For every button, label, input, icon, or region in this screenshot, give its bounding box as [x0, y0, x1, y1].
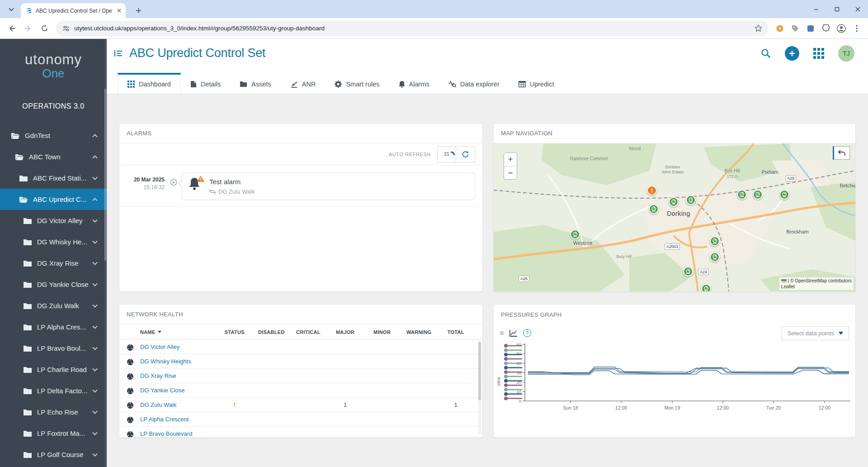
apps-grid-icon[interactable]	[813, 48, 825, 59]
window-close-button[interactable]	[847, 0, 868, 18]
osm-attribution-link[interactable]: © OpenStreetMap contributors	[790, 278, 852, 283]
sidebar-item-lp-bravo-boul[interactable]: LP Bravo Boul...	[0, 338, 107, 359]
tab-close-icon[interactable]	[117, 9, 121, 13]
sidebar-item-dg-xray-rise[interactable]: DG Xray Rise	[0, 253, 107, 274]
map-marker-gauge[interactable]	[649, 204, 659, 214]
sidebar-item-lp-foxtrot-ma[interactable]: LP Foxtrot Ma...	[0, 423, 107, 444]
chevron-down-icon[interactable]	[92, 410, 98, 414]
line-chart-icon[interactable]	[509, 329, 518, 337]
chevron-up-icon[interactable]	[92, 134, 98, 138]
group-link[interactable]: LP Alpha Crescent	[140, 416, 216, 423]
map-marker-gauge[interactable]	[686, 195, 696, 205]
user-avatar[interactable]: TJ	[838, 45, 854, 62]
group-tree-icon[interactable]	[114, 49, 123, 57]
group-link[interactable]: DG Whisky Heights	[140, 358, 216, 365]
tab-smart-rules[interactable]: Smart rules	[325, 73, 389, 94]
window-maximize-button[interactable]	[826, 0, 847, 18]
chevron-down-icon[interactable]	[92, 219, 98, 223]
refresh-button[interactable]	[456, 146, 475, 162]
group-link[interactable]: DG Zulu Walk	[140, 401, 216, 408]
group-link[interactable]: DG Xray Rise	[140, 372, 216, 379]
browser-menu-icon[interactable]	[850, 22, 863, 35]
extensions-puzzle-icon[interactable]	[819, 22, 833, 35]
sidebar-item-lp-golf-course[interactable]: LP Golf Course	[0, 444, 107, 465]
extension-icon-a[interactable]	[773, 22, 787, 35]
sidebar-item-dg-zulu-walk[interactable]: DG Zulu Walk	[0, 295, 107, 316]
sidebar-item-dg-yankie-close[interactable]: DG Yankie Close	[0, 274, 107, 295]
sidebar-item-dg-whisky-he[interactable]: DG Whisky He...	[0, 231, 107, 253]
tab-dashboard[interactable]: Dashboard	[118, 73, 181, 94]
map-marker-gauge[interactable]	[669, 197, 679, 207]
chevron-down-icon[interactable]	[92, 432, 98, 435]
chevron-down-icon[interactable]	[92, 304, 98, 308]
tab-upredict[interactable]: Upredict	[509, 73, 564, 94]
chevron-up-icon[interactable]	[92, 155, 98, 159]
sidebar-item-lp-alpha-cres[interactable]: LP Alpha Cres...	[0, 316, 107, 338]
chevron-down-icon[interactable]	[92, 240, 98, 244]
sidebar-item-abc-upredict-c[interactable]: ABC Upredict C...	[0, 189, 107, 210]
sidebar-item-lp-echo-rise[interactable]: LP Echo Rise	[0, 401, 107, 423]
tab-anr[interactable]: ANR	[281, 73, 326, 94]
back-button[interactable]	[5, 21, 19, 36]
chevron-down-icon[interactable]	[92, 453, 98, 457]
sidebar-scrollbar[interactable]	[104, 39, 106, 467]
legend-toggle-icon[interactable]	[500, 331, 504, 335]
column-header-minor[interactable]: MINOR	[363, 329, 401, 335]
column-header-status[interactable]: STATUS	[216, 329, 253, 335]
tab-search-icon[interactable]	[5, 4, 17, 15]
url-bar[interactable]: utytest.utcloud.uk/apps/operations_3_0/i…	[56, 21, 769, 36]
add-button[interactable]	[785, 46, 799, 61]
sidebar-item-lp-charlie-road[interactable]: LP Charlie Road	[0, 359, 107, 380]
new-tab-button[interactable]	[132, 4, 145, 17]
chevron-down-icon[interactable]	[92, 347, 98, 350]
leaflet-link[interactable]: Leaflet	[781, 284, 795, 289]
map-marker-gauge[interactable]	[710, 252, 720, 262]
search-icon[interactable]	[760, 48, 771, 59]
column-header-warning[interactable]: WARNING	[401, 329, 438, 335]
column-header-name[interactable]: NAME	[140, 329, 216, 335]
chevron-down-icon[interactable]	[92, 283, 98, 286]
column-header-major[interactable]: MAJOR	[327, 329, 364, 335]
map-marker-gauge[interactable]	[753, 190, 763, 200]
tab-assets[interactable]: Assets	[230, 73, 281, 94]
map-marker-gauge[interactable]	[710, 236, 720, 246]
chevron-up-icon[interactable]	[92, 198, 98, 201]
map-marker-gauge[interactable]	[779, 190, 789, 200]
sidebar-scrollbar-thumb[interactable]	[104, 89, 106, 261]
map-canvas[interactable]: Ranmore CommonWoodDenbiesWine EstateBox …	[494, 143, 855, 291]
chevron-down-icon[interactable]	[92, 389, 98, 393]
reload-button[interactable]	[37, 21, 52, 36]
tab-details[interactable]: Details	[181, 73, 230, 94]
bookmark-star-icon[interactable]	[755, 24, 762, 32]
sidebar-item-gdntest[interactable]: GdnTest	[0, 125, 107, 146]
select-data-points-button[interactable]: Select data points	[782, 326, 849, 340]
site-settings-icon[interactable]	[62, 25, 70, 32]
column-header-critical[interactable]: CRITICAL	[290, 329, 327, 335]
browser-tab[interactable]: ABC Upredict Control Set / Ope	[21, 3, 126, 18]
table-scrollbar-thumb[interactable]	[478, 342, 481, 400]
map-marker-alert[interactable]: !	[647, 186, 657, 195]
sidebar-item-dg-victor-alley[interactable]: DG Victor Alley	[0, 210, 107, 231]
chevron-down-icon[interactable]	[92, 262, 98, 265]
extension-icon-c[interactable]	[804, 22, 817, 35]
group-link[interactable]: DG Yankie Close	[140, 387, 216, 394]
auto-refresh-countdown-button[interactable]: 21	[437, 146, 456, 162]
extension-icon-b[interactable]	[788, 22, 802, 35]
alarm-list-item[interactable]: 20 Mar 2025 15:16:32 Test alarm	[119, 165, 482, 207]
map-reset-button[interactable]	[833, 146, 850, 160]
sidebar-item-abc-town[interactable]: ABC Town	[0, 146, 107, 167]
zoom-in-button[interactable]: +	[504, 153, 517, 166]
map-marker-gauge[interactable]	[683, 267, 693, 276]
sidebar-item-abc-fixed-stati[interactable]: ABC Fixed Stati...	[0, 167, 107, 189]
group-link[interactable]: DG Victor Alley	[140, 343, 216, 350]
help-icon[interactable]: ?	[523, 329, 531, 337]
profile-icon[interactable]	[835, 22, 848, 35]
group-link[interactable]: LP Bravo Boulevard	[140, 430, 216, 437]
column-header-disabled[interactable]: DISABLED	[253, 329, 290, 335]
tab-data-explorer[interactable]: Data explorer	[439, 73, 509, 94]
tab-alarms[interactable]: Alarms	[389, 73, 439, 94]
map-marker-gauge[interactable]	[570, 229, 580, 239]
sidebar-item-lp-delta-facto[interactable]: LP Delta Facto...	[0, 380, 107, 401]
chevron-down-icon[interactable]	[92, 176, 98, 180]
forward-button[interactable]	[21, 21, 35, 36]
